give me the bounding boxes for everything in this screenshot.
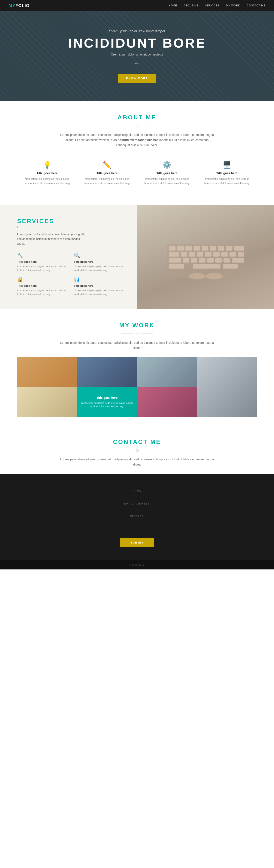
- svg-rect-27: [169, 264, 184, 269]
- services-image: [137, 205, 274, 309]
- svg-rect-28: [193, 264, 220, 269]
- service-item-1-icon: 🔍: [74, 252, 124, 258]
- about-intro: Lorem ipsum dolor sit amet, consectetur …: [60, 132, 214, 148]
- services-left: SERVICES Lorem ipsum dolor sit amet, con…: [0, 205, 137, 309]
- hero-title: INCIDIDUNT BORE: [68, 35, 206, 51]
- about-divider: ◇: [17, 123, 257, 128]
- work-item-2[interactable]: [137, 357, 197, 387]
- svg-rect-3: [185, 246, 192, 251]
- ornament-icon: ◇: [136, 123, 139, 128]
- service-item-3-title: Title goes here: [74, 284, 124, 287]
- svg-rect-22: [199, 258, 205, 262]
- svg-rect-16: [221, 252, 228, 256]
- service-item-1-title: Title goes here: [74, 260, 124, 264]
- about-card-3-title: Title goes here: [201, 172, 252, 175]
- work-item-7[interactable]: [197, 387, 257, 417]
- work-item-4[interactable]: [17, 387, 77, 417]
- svg-rect-2: [177, 246, 184, 251]
- about-card-2: ⚙️ Title goes here ororsectetur adipisci…: [137, 154, 197, 192]
- work-item-6[interactable]: [137, 387, 197, 417]
- about-title: ABOUT ME: [17, 114, 257, 121]
- service-item-0: 🔧 Title goes here Consectetur adipiscing…: [17, 252, 67, 272]
- svg-rect-14: [205, 252, 211, 256]
- nav-about[interactable]: ABOUT ME: [183, 4, 199, 7]
- service-item-2: 🔒 Title goes here Consectetur adipiscing…: [17, 277, 67, 296]
- hero-section: Lorem ipsum dolor sit iusmod tempor INCI…: [0, 11, 274, 101]
- email-input[interactable]: [69, 499, 205, 508]
- svg-rect-19: [169, 258, 181, 262]
- about-card-3: 🖥️ Title goes here ororsectetur adipisci…: [197, 154, 257, 192]
- contact-form-section: SUBMIT: [0, 474, 274, 560]
- svg-rect-10: [169, 252, 179, 256]
- svg-rect-7: [218, 246, 224, 251]
- service-item-0-text: Consectetur adipiscing elit, seis iusmod…: [17, 265, 67, 272]
- services-divider-dot: [17, 226, 19, 227]
- about-section: ABOUT ME ◇ Lorem ipsum dolor sit amet, c…: [0, 101, 274, 205]
- mywork-divider: ◇: [17, 331, 257, 336]
- service-item-2-title: Title goes here: [17, 284, 67, 287]
- services-section: SERVICES Lorem ipsum dolor sit amet, con…: [0, 205, 274, 309]
- service-item-3: 📊 Title goes here Consectetur adipiscing…: [74, 277, 124, 296]
- services-title: SERVICES: [17, 218, 124, 225]
- footer-text: © MYFOLIO: [130, 563, 144, 566]
- svg-rect-4: [194, 246, 200, 251]
- mywork-desc: Lorem ipsum dolor sit amet, consectetur …: [60, 340, 214, 351]
- about-card-0-text: ororsectetur adipiscing elit, seis iusmo…: [22, 177, 73, 185]
- svg-rect-8: [226, 246, 233, 251]
- contact-title: CONTACT ME: [17, 438, 257, 445]
- about-card-1: ✏️ Title goes here ororsectetur adipisci…: [77, 154, 137, 192]
- service-item-0-icon: 🔧: [17, 252, 67, 258]
- about-card-0-icon: 💡: [22, 161, 73, 169]
- about-card-2-icon: ⚙️: [141, 161, 193, 169]
- name-input[interactable]: [69, 487, 205, 495]
- work-item-1[interactable]: [77, 357, 137, 387]
- work-item-5[interactable]: Title goes here consectetur adipiscing n…: [77, 387, 137, 417]
- hero-know-more-button[interactable]: KNOW MORE: [118, 74, 156, 83]
- services-keyboard-image: [137, 205, 274, 309]
- service-item-3-icon: 📊: [74, 277, 124, 282]
- service-item-1: 🔍 Title goes here Consectetur adipiscing…: [74, 252, 124, 272]
- about-cards: 💡 Title goes here ororsectetur adipiscin…: [17, 154, 257, 192]
- submit-button[interactable]: SUBMIT: [119, 538, 155, 547]
- work-item-0[interactable]: [17, 357, 77, 387]
- hero-content: Lorem ipsum dolor sit iusmod tempor INCI…: [68, 29, 206, 83]
- work-overlay-5-title: Title goes here: [97, 396, 118, 400]
- service-item-2-icon: 🔒: [17, 277, 67, 282]
- work-item-3[interactable]: [197, 357, 257, 387]
- navbar: MYFOLIO HOME ABOUT ME SERVICES MY WORK C…: [0, 0, 274, 11]
- service-item-0-title: Title goes here: [17, 260, 67, 264]
- svg-rect-29: [222, 264, 238, 269]
- about-card-1-title: Title goes here: [81, 172, 133, 175]
- message-input[interactable]: [69, 512, 205, 529]
- nav-work[interactable]: MY WORK: [226, 4, 240, 7]
- services-divider: [17, 226, 124, 227]
- about-card-2-text: ororsectetur adipiscing elit, seis iusmo…: [141, 177, 193, 185]
- svg-rect-18: [238, 252, 244, 256]
- nav-contact[interactable]: CONTACT ME: [247, 4, 266, 7]
- about-card-0: 💡 Title goes here ororsectetur adipiscin…: [17, 154, 77, 192]
- nav-services[interactable]: SERVICES: [205, 4, 219, 7]
- about-card-2-title: Title goes here: [141, 172, 193, 175]
- svg-rect-15: [213, 252, 219, 256]
- service-item-3-text: Consectetur adipiscing elit, seis iusmod…: [74, 289, 124, 296]
- about-card-1-text: ororsectetur adipiscing elit, seis iusmo…: [81, 177, 133, 185]
- service-item-2-text: Consectetur adipiscing elit, seis iusmod…: [17, 289, 67, 296]
- work-overlay-5-text: consectetur adipiscing nello, seis eiusm…: [77, 401, 137, 408]
- work-item-5-overlay: Title goes here consectetur adipiscing n…: [77, 387, 137, 417]
- svg-rect-21: [191, 258, 197, 262]
- svg-rect-1: [169, 246, 175, 251]
- svg-rect-11: [181, 252, 187, 256]
- svg-rect-20: [183, 258, 189, 262]
- services-grid: 🔧 Title goes here Consectetur adipiscing…: [17, 252, 124, 296]
- svg-rect-24: [215, 258, 222, 262]
- nav-home[interactable]: HOME: [168, 4, 177, 7]
- svg-rect-23: [207, 258, 214, 262]
- work-grid: Title goes here consectetur adipiscing n…: [17, 357, 257, 417]
- contact-section: CONTACT ME ◇ Lorem ipsum dolor sit amet,…: [0, 426, 274, 467]
- about-card-3-icon: 🖥️: [201, 161, 252, 169]
- footer: © MYFOLIO: [0, 560, 274, 569]
- svg-rect-13: [197, 252, 203, 256]
- mywork-ornament-icon: ◇: [136, 331, 139, 336]
- hero-subtitle: Lorem ipsum dolor sit iusmod tempor: [68, 29, 206, 33]
- keyboard-svg: [163, 227, 248, 287]
